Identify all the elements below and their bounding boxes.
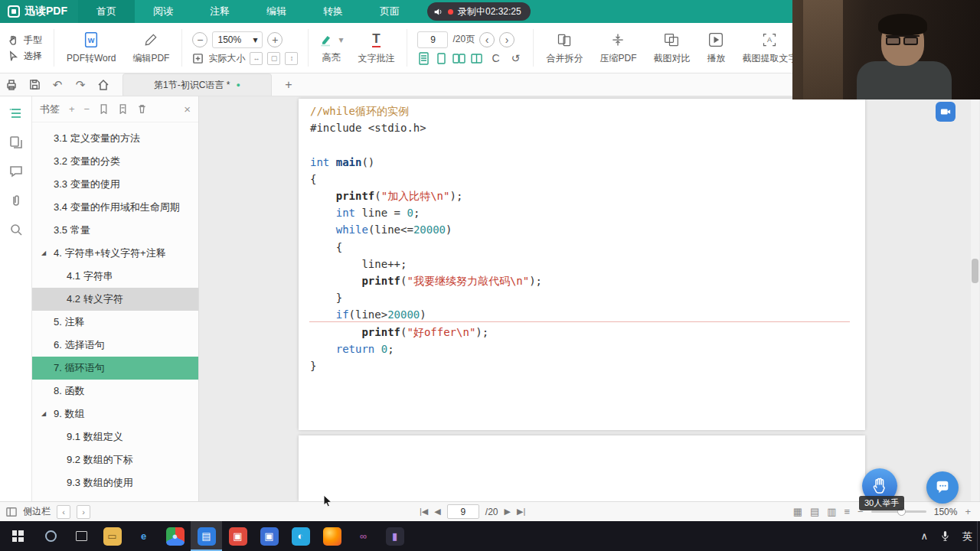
statusbar-page-input[interactable]: [447, 504, 479, 519]
highlight-button[interactable]: 高亮: [318, 51, 343, 64]
bookmark-item[interactable]: ◢9. 数组: [32, 403, 198, 425]
fit-height-icon[interactable]: ↕: [285, 52, 298, 65]
bookmark-item[interactable]: 3.1 定义变量的方法: [32, 127, 198, 150]
attachments-panel-button[interactable]: [8, 193, 24, 208]
book-view-icon[interactable]: [470, 52, 483, 65]
zoom-in-button[interactable]: +: [267, 32, 283, 47]
menu-item[interactable]: 首页: [78, 0, 135, 23]
menu-item[interactable]: 转换: [305, 0, 361, 23]
taskbar-app-visual-studio[interactable]: ∞: [348, 521, 379, 551]
sidebar-toggle-icon[interactable]: [6, 507, 17, 517]
page-number-input[interactable]: [417, 31, 448, 48]
rotate-ccw-icon[interactable]: ↺: [508, 52, 523, 64]
tree-expand-icon[interactable]: ◢: [41, 403, 46, 425]
zoom-slider[interactable]: [871, 510, 926, 513]
chat-button[interactable]: [926, 471, 959, 504]
screenshot-compare-button[interactable]: 截图对比: [645, 23, 698, 73]
history-forward-button[interactable]: ›: [77, 505, 90, 519]
fit-width-icon[interactable]: ↔: [250, 52, 263, 65]
start-button[interactable]: [0, 521, 35, 551]
bookmark-item[interactable]: 8. 函数: [32, 380, 198, 403]
single-view-icon[interactable]: ▤: [810, 506, 819, 517]
single-page-icon[interactable]: [435, 52, 448, 65]
comments-panel-button[interactable]: [8, 164, 24, 179]
bookmark-item[interactable]: 9.1 数组定义: [32, 425, 198, 448]
tray-chevron-icon[interactable]: ∧: [920, 530, 928, 542]
double-page-icon[interactable]: [452, 52, 466, 65]
delete-bookmark-icon[interactable]: [137, 104, 147, 114]
compress-pdf-button[interactable]: 压缩PDF: [591, 23, 645, 73]
hand-tool-button[interactable]: 手型: [8, 34, 42, 47]
taskbar-app-ie-browser[interactable]: e: [128, 521, 159, 551]
prev-page-button[interactable]: ‹: [479, 32, 495, 47]
sidebar-toggle-label[interactable]: 侧边栏: [23, 505, 51, 518]
bookmark-item[interactable]: ◢4. 字符串+转义字符+注释: [32, 242, 198, 265]
bookmarks-panel-button[interactable]: [8, 106, 24, 121]
ime-indicator[interactable]: 英: [962, 530, 972, 543]
collapse-all-icon[interactable]: −: [84, 103, 90, 115]
bookmark-item[interactable]: 4.1 字符串: [32, 265, 198, 288]
zoom-level-select[interactable]: 150% ▾: [212, 31, 263, 48]
remove-bookmark-icon[interactable]: [118, 104, 128, 114]
menu-item[interactable]: 阅读: [135, 0, 191, 23]
edit-pdf-button[interactable]: 编辑PDF: [124, 23, 178, 73]
microphone-icon[interactable]: [940, 530, 950, 542]
next-page-nav-button[interactable]: ▶: [504, 507, 510, 517]
taskbar-app-app-red[interactable]: ▣: [222, 521, 253, 551]
home-button[interactable]: [92, 79, 115, 91]
bookmark-item[interactable]: 6. 选择语句: [32, 334, 198, 357]
tree-expand-icon[interactable]: ◢: [41, 242, 46, 265]
taskbar-search-button[interactable]: [35, 521, 66, 551]
bookmark-item[interactable]: 3.4 变量的作用域和生命周期: [32, 196, 198, 219]
play-button[interactable]: 播放: [698, 23, 733, 73]
menu-item[interactable]: 注释: [191, 0, 248, 23]
bookmark-item[interactable]: 3.3 变量的使用: [32, 173, 198, 196]
taskbar-app-chrome[interactable]: ●: [159, 521, 191, 551]
double-view-icon[interactable]: ▥: [827, 506, 836, 517]
select-tool-button[interactable]: 选择: [8, 50, 42, 63]
history-back-button[interactable]: ‹: [57, 505, 70, 519]
next-page-button[interactable]: ›: [499, 32, 514, 47]
vertical-scrollbar[interactable]: [971, 96, 979, 501]
menu-item[interactable]: 页面: [361, 0, 418, 23]
redo-button[interactable]: ↷: [69, 78, 92, 92]
highlight-caret-icon[interactable]: ▾: [338, 34, 343, 45]
taskbar-app-firefox[interactable]: [316, 521, 348, 551]
undo-button[interactable]: ↶: [46, 78, 69, 92]
merge-split-button[interactable]: 合并拆分: [537, 23, 591, 73]
taskbar-app-file-explorer[interactable]: ▭: [96, 521, 128, 551]
bookmark-item[interactable]: 7. 循环语句: [32, 357, 198, 380]
reading-view-icon[interactable]: ≡: [844, 506, 851, 517]
thumbnails-panel-button[interactable]: [8, 135, 24, 150]
bookmark-item[interactable]: 3.2 变量的分类: [32, 150, 198, 173]
new-tab-button[interactable]: +: [279, 78, 298, 92]
prev-page-nav-button[interactable]: ◀: [434, 507, 440, 517]
pdf-to-word-button[interactable]: W PDF转Word: [58, 23, 124, 73]
expand-all-icon[interactable]: +: [69, 103, 75, 115]
close-panel-icon[interactable]: ×: [184, 103, 191, 116]
bookmark-item[interactable]: 5. 注释: [32, 311, 198, 334]
taskbar-app-dark-app[interactable]: ▮: [379, 521, 410, 551]
text-annotation-button[interactable]: T 文字批注: [349, 23, 403, 73]
camera-toggle-button[interactable]: [936, 102, 956, 122]
print-button[interactable]: [0, 79, 23, 91]
bookmark-item[interactable]: 9.3 数组的使用: [32, 471, 198, 494]
rotate-cw-icon[interactable]: C: [488, 52, 503, 64]
bookmark-item[interactable]: 3.5 常量: [32, 219, 198, 242]
task-view-button[interactable]: [66, 521, 96, 551]
thumbnail-view-icon[interactable]: ▦: [793, 506, 802, 517]
last-page-button[interactable]: ▶|: [517, 507, 525, 517]
bookmark-item[interactable]: 9.2 数组的下标: [32, 448, 198, 471]
taskbar-app-xundu-pdf[interactable]: ▤: [191, 521, 222, 551]
taskbar-app-app-blue[interactable]: ▣: [253, 521, 285, 551]
document-tab[interactable]: 第1节-初识C语言 * ●: [122, 73, 272, 96]
zoom-out-button[interactable]: −: [192, 32, 207, 47]
fit-page-icon[interactable]: ▢: [267, 52, 280, 65]
taskbar-app-qq-browser[interactable]: ◐: [285, 521, 316, 551]
save-button[interactable]: [23, 79, 46, 90]
add-bookmark-icon[interactable]: [99, 104, 109, 114]
pdf-viewer[interactable]: //while循环的实例#include <stdio.h> int main(…: [199, 96, 980, 501]
actual-size-button[interactable]: 实际大小: [208, 52, 245, 65]
continuous-view-icon[interactable]: [417, 52, 430, 65]
scrollbar-thumb[interactable]: [972, 259, 978, 283]
